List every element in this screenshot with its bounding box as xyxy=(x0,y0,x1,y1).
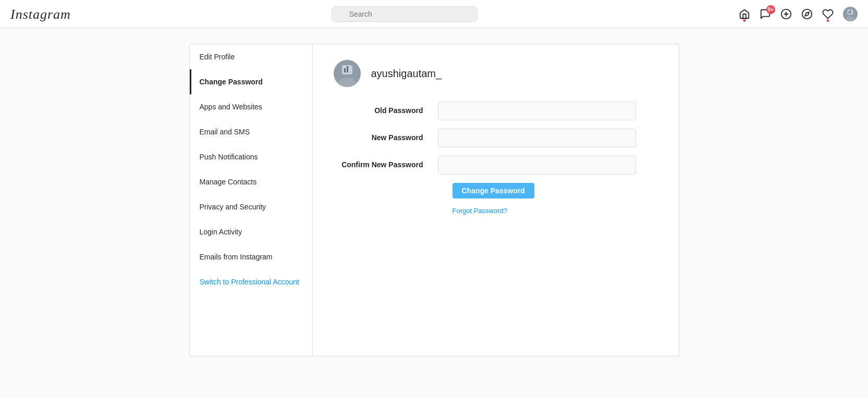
change-password-content: ayushigautam_ Old Password New Password … xyxy=(313,44,679,356)
heart-icon[interactable] xyxy=(822,8,834,20)
sidebar-item-edit-profile[interactable]: Edit Profile xyxy=(190,44,312,69)
sidebar-item-email-sms[interactable]: Email and SMS xyxy=(190,119,312,144)
svg-marker-4 xyxy=(805,12,809,16)
user-header: ayushigautam_ xyxy=(334,60,658,87)
messages-badge: 9+ xyxy=(766,5,775,14)
sidebar-item-emails-instagram[interactable]: Emails from Instagram xyxy=(190,244,312,269)
search-input[interactable] xyxy=(332,6,478,22)
change-password-button[interactable]: Change Password xyxy=(453,183,534,198)
old-password-label: Old Password xyxy=(334,106,438,116)
new-password-label: New Password xyxy=(334,133,438,143)
svg-rect-13 xyxy=(344,68,346,72)
sidebar-item-apps-websites[interactable]: Apps and Websites xyxy=(190,94,312,119)
svg-point-3 xyxy=(802,9,812,18)
sidebar-item-change-password[interactable]: Change Password xyxy=(190,69,312,94)
sidebar-item-manage-contacts[interactable]: Manage Contacts xyxy=(190,169,312,194)
forgot-password-link[interactable]: Forgot Password? xyxy=(453,207,658,215)
logo[interactable]: Instagram xyxy=(10,6,71,22)
settings-card: Edit Profile Change Password Apps and We… xyxy=(189,44,679,356)
explore-icon[interactable] xyxy=(801,8,813,20)
profile-avatar[interactable] xyxy=(843,7,858,21)
sidebar-item-switch-professional[interactable]: Switch to Professional Account xyxy=(190,269,312,294)
svg-rect-14 xyxy=(347,66,348,72)
svg-rect-9 xyxy=(850,10,851,13)
settings-sidebar: Edit Profile Change Password Apps and We… xyxy=(190,44,313,356)
home-icon[interactable] xyxy=(739,8,750,20)
new-password-input[interactable] xyxy=(438,129,636,147)
sidebar-item-privacy-security[interactable]: Privacy and Security xyxy=(190,194,312,219)
create-icon[interactable] xyxy=(780,8,792,20)
svg-rect-8 xyxy=(849,11,850,13)
sidebar-item-push-notifications[interactable]: Push Notifications xyxy=(190,144,312,169)
old-password-input[interactable] xyxy=(438,102,636,120)
main-content: Edit Profile Change Password Apps and We… xyxy=(189,44,679,356)
search-wrapper: 🔍 xyxy=(332,6,478,22)
home-dot xyxy=(743,19,746,22)
sidebar-item-login-activity[interactable]: Login Activity xyxy=(190,219,312,244)
heart-dot xyxy=(827,19,829,22)
confirm-password-label: Confirm New Password xyxy=(334,160,438,170)
confirm-password-row: Confirm New Password xyxy=(334,156,658,175)
confirm-password-input[interactable] xyxy=(438,156,636,175)
form-actions: Change Password Forgot Password? xyxy=(438,183,658,215)
username-display: ayushigautam_ xyxy=(371,68,442,80)
messages-icon[interactable]: 9+ xyxy=(760,8,771,20)
old-password-row: Old Password xyxy=(334,102,658,120)
header: Instagram 🔍 9+ xyxy=(0,0,868,28)
user-avatar xyxy=(334,60,361,87)
new-password-row: New Password xyxy=(334,129,658,147)
header-nav: 9+ xyxy=(739,7,858,21)
